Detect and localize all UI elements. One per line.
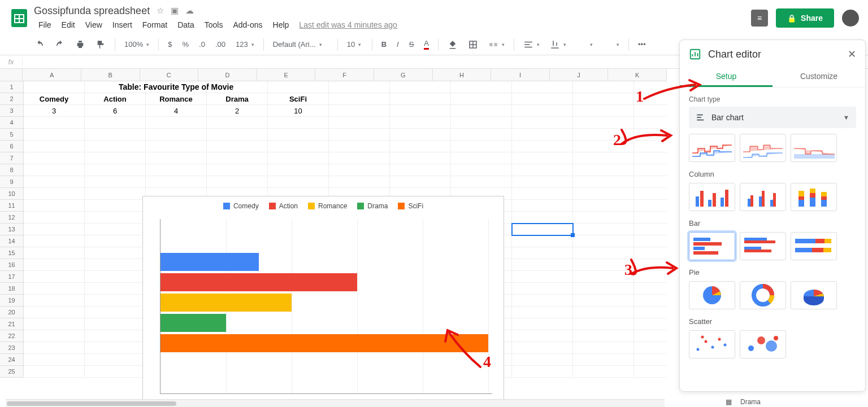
menu-format[interactable]: Format xyxy=(138,18,172,32)
row-header-13[interactable]: 13 xyxy=(0,224,24,235)
cell[interactable] xyxy=(146,81,207,93)
cell[interactable] xyxy=(451,105,512,117)
cell[interactable] xyxy=(634,307,667,318)
cell[interactable] xyxy=(573,271,634,283)
paint-format-button[interactable] xyxy=(92,37,109,52)
chart-thumb-pie1[interactable] xyxy=(689,281,735,309)
col-header-C[interactable]: C xyxy=(140,69,199,81)
row-header-2[interactable]: 2 xyxy=(0,93,24,105)
cell[interactable] xyxy=(573,330,634,342)
cell[interactable] xyxy=(329,152,390,164)
col-header-I[interactable]: I xyxy=(491,69,550,81)
cell[interactable] xyxy=(512,176,573,188)
row-header-5[interactable]: 5 xyxy=(0,129,24,141)
cell[interactable] xyxy=(268,164,329,176)
share-button[interactable]: Share xyxy=(776,8,834,28)
percent-button[interactable]: % xyxy=(179,38,192,51)
cell[interactable] xyxy=(634,212,667,224)
row-header-18[interactable]: 18 xyxy=(0,283,24,295)
cell[interactable] xyxy=(573,105,634,117)
cell[interactable] xyxy=(390,141,451,152)
row-header-4[interactable]: 4 xyxy=(0,117,24,129)
cell[interactable] xyxy=(573,307,634,318)
rotate-button[interactable] xyxy=(600,37,623,52)
chart-thumb-bar2[interactable] xyxy=(740,232,786,260)
cell[interactable] xyxy=(451,164,512,176)
cell[interactable] xyxy=(573,212,634,224)
account-avatar[interactable] xyxy=(842,10,859,27)
cell[interactable] xyxy=(512,235,573,247)
cell[interactable] xyxy=(390,129,451,141)
col-header-H[interactable]: H xyxy=(433,69,492,81)
cell[interactable] xyxy=(207,117,268,129)
row-header-11[interactable]: 11 xyxy=(0,200,24,212)
spreadsheet-grid[interactable]: ABCDEFGHIJK 1234567891011121314151617181… xyxy=(0,69,667,406)
wrap-button[interactable] xyxy=(573,37,596,52)
cell[interactable] xyxy=(634,93,667,105)
cell[interactable]: Romance xyxy=(146,93,207,105)
cell[interactable] xyxy=(451,117,512,129)
cell[interactable]: SciFi xyxy=(268,93,329,105)
cell[interactable] xyxy=(634,141,667,152)
col-header-K[interactable]: K xyxy=(608,69,667,81)
chart-thumb-steparea1[interactable] xyxy=(689,134,735,162)
col-header-F[interactable]: F xyxy=(315,69,374,81)
cell[interactable] xyxy=(85,354,146,366)
cell[interactable] xyxy=(573,283,634,295)
cell[interactable] xyxy=(573,200,634,212)
cell[interactable] xyxy=(634,271,667,283)
cell[interactable] xyxy=(85,164,146,176)
cell[interactable] xyxy=(85,235,146,247)
cell[interactable] xyxy=(634,152,667,164)
cell[interactable] xyxy=(24,283,85,295)
row-header-19[interactable]: 19 xyxy=(0,295,24,307)
cell[interactable] xyxy=(390,152,451,164)
cell[interactable] xyxy=(451,152,512,164)
cell[interactable] xyxy=(390,164,451,176)
cell[interactable] xyxy=(451,141,512,152)
row-header-9[interactable]: 9 xyxy=(0,176,24,188)
cell[interactable] xyxy=(24,188,85,200)
horizontal-scrollbar[interactable] xyxy=(6,399,665,407)
cell[interactable] xyxy=(24,307,85,318)
cell[interactable] xyxy=(329,176,390,188)
cell[interactable] xyxy=(512,283,573,295)
chart-type-select[interactable]: Bar chart ▼ xyxy=(689,107,856,128)
strike-button[interactable]: S xyxy=(406,38,418,51)
cell[interactable] xyxy=(390,93,451,105)
cell[interactable] xyxy=(573,152,634,164)
cell[interactable] xyxy=(512,307,573,318)
chart-thumb-bar3[interactable] xyxy=(791,232,837,260)
cell[interactable] xyxy=(573,141,634,152)
cell[interactable] xyxy=(24,117,85,129)
row-header-23[interactable]: 23 xyxy=(0,342,24,354)
cell[interactable] xyxy=(634,164,667,176)
print-button[interactable] xyxy=(72,37,89,52)
menu-tools[interactable]: Tools xyxy=(200,18,228,32)
cell[interactable] xyxy=(634,283,667,295)
cell[interactable] xyxy=(573,295,634,307)
cell[interactable] xyxy=(512,330,573,342)
cell[interactable] xyxy=(573,129,634,141)
cell[interactable]: Drama xyxy=(207,93,268,105)
row-header-22[interactable]: 22 xyxy=(0,330,24,342)
menu-data[interactable]: Data xyxy=(173,18,199,32)
decrease-decimal-button[interactable]: .0 xyxy=(196,38,209,51)
cell[interactable] xyxy=(85,224,146,235)
cell[interactable] xyxy=(268,176,329,188)
col-header-B[interactable]: B xyxy=(81,69,140,81)
cell[interactable] xyxy=(146,129,207,141)
cell[interactable] xyxy=(329,105,390,117)
cell[interactable] xyxy=(512,259,573,271)
cell[interactable] xyxy=(329,93,390,105)
cell[interactable] xyxy=(573,247,634,259)
cell[interactable]: 10 xyxy=(268,105,329,117)
sheet-tab-strip[interactable]: ▦ Drama xyxy=(726,397,761,407)
cell[interactable] xyxy=(24,271,85,283)
cell[interactable] xyxy=(329,117,390,129)
cell[interactable] xyxy=(85,247,146,259)
cell[interactable] xyxy=(85,342,146,354)
menu-add-ons[interactable]: Add-ons xyxy=(228,18,267,32)
cell[interactable]: Table: Favourite Type of Movie xyxy=(85,81,146,93)
cell[interactable]: Comedy xyxy=(24,93,85,105)
